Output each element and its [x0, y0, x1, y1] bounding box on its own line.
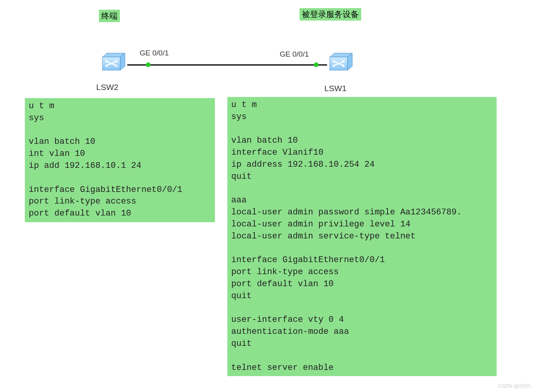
- switch-icon-left: [101, 52, 126, 72]
- device-label-left: LSW2: [96, 83, 118, 92]
- device-label-right: LSW1: [324, 84, 346, 93]
- endpoint-dot-left: [146, 62, 151, 67]
- endpoint-dot-right: [314, 62, 319, 67]
- terminal-label: 终端: [99, 10, 120, 22]
- port-label-right: GE 0/0/1: [280, 50, 309, 59]
- code-block-right: u t m sys vlan batch 10 interface Vlanif…: [227, 97, 497, 376]
- link-line: [127, 64, 327, 66]
- watermark: CSDN @街灯L: [498, 383, 532, 390]
- switch-icon-right: [328, 52, 354, 72]
- code-block-left: u t m sys vlan batch 10 int vlan 10 ip a…: [25, 98, 215, 222]
- port-label-left: GE 0/0/1: [140, 49, 169, 57]
- server-label: 被登录服务设备: [300, 8, 361, 21]
